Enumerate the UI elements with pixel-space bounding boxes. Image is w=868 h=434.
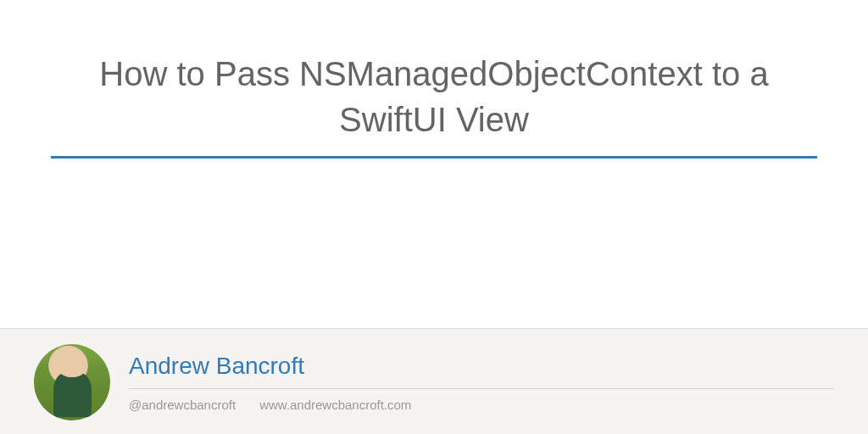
page-title: How to Pass NSManagedObjectContext to a … [51,51,817,154]
author-avatar [34,344,110,420]
author-website: www.andrewcbancroft.com [259,398,411,412]
author-meta: @andrewcbancroft www.andrewcbancroft.com [129,394,834,412]
author-footer: Andrew Bancroft @andrewcbancroft www.and… [0,328,868,434]
author-info: Andrew Bancroft @andrewcbancroft www.and… [129,353,834,412]
author-handle: @andrewcbancroft [129,398,236,412]
title-underline [51,156,817,159]
author-name: Andrew Bancroft [129,353,834,389]
main-content: How to Pass NSManagedObjectContext to a … [0,0,868,328]
